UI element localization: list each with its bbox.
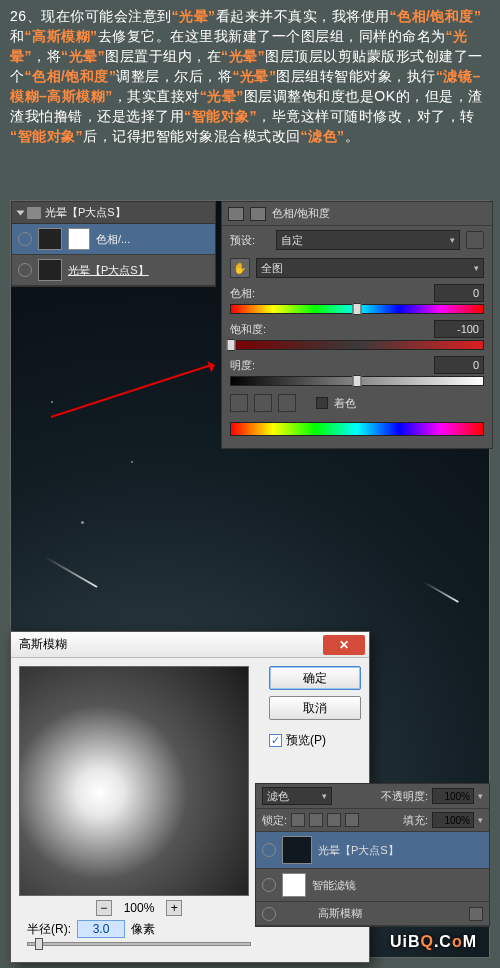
fill-input[interactable]	[432, 812, 474, 828]
canvas-background: 光晕【P大点S】 色相/... 光晕【P大点S】 色相/饱和度 预设: 自定 ▾	[10, 200, 490, 958]
chevron-down-icon[interactable]: ▾	[478, 791, 483, 801]
radius-label: 半径(R):	[27, 921, 71, 938]
cancel-button[interactable]: 取消	[269, 696, 361, 720]
ok-button[interactable]: 确定	[269, 666, 361, 690]
eyedropper-subtract-icon[interactable]	[278, 394, 296, 412]
close-button[interactable]: ✕	[323, 635, 365, 655]
opacity-input[interactable]	[432, 788, 474, 804]
annotation-arrow	[51, 364, 213, 418]
lock-position-icon[interactable]	[309, 813, 323, 827]
adjustment-layer-row[interactable]: 色相/...	[12, 224, 215, 255]
panel-title: 色相/饱和度	[272, 206, 330, 221]
tutorial-step-paragraph: 26、现在你可能会注意到“光晕”看起来并不真实，我将使用“色相/饱和度”和“高斯…	[0, 0, 500, 156]
visibility-icon[interactable]	[18, 263, 32, 277]
image-layer-row[interactable]: 光晕【P大点S】	[12, 255, 215, 286]
filter-name: 高斯模糊	[318, 906, 362, 921]
layers-panel: 滤色 ▾ 不透明度: ▾ 锁定: 填充: ▾ 光晕【P大点S】	[255, 783, 490, 927]
checkbox-icon[interactable]: ✓	[269, 734, 282, 747]
folder-icon	[27, 207, 41, 219]
visibility-icon[interactable]	[262, 878, 276, 892]
chevron-down-icon: ▾	[322, 791, 327, 801]
visibility-icon[interactable]	[18, 232, 32, 246]
spectrum-bar	[230, 422, 484, 436]
smart-filters-label: 智能滤镜	[312, 878, 356, 893]
lock-label: 锁定:	[262, 813, 287, 828]
zoom-value: 100%	[124, 901, 155, 915]
layer-mask-thumb	[68, 228, 90, 250]
panel-icon	[228, 207, 244, 221]
lightness-label: 明度:	[230, 358, 255, 373]
hand-tool-icon[interactable]: ✋	[230, 258, 250, 278]
layer-name: 光晕【P大点S】	[318, 843, 399, 858]
lightness-slider[interactable]	[230, 376, 484, 386]
zoom-out-button[interactable]: −	[96, 900, 112, 916]
hue-label: 色相:	[230, 286, 255, 301]
fill-label: 填充:	[403, 813, 428, 828]
disclosure-triangle-icon[interactable]	[17, 210, 25, 215]
hue-saturation-panel: 色相/饱和度 预设: 自定 ▾ ✋ 全图 ▾ 色相:	[221, 201, 493, 449]
chevron-down-icon: ▾	[450, 235, 455, 245]
layer-group-name: 光晕【P大点S】	[45, 205, 126, 220]
layer-name: 色相/...	[96, 232, 130, 247]
slider-thumb[interactable]	[353, 375, 362, 387]
eyedropper-icon[interactable]	[230, 394, 248, 412]
visibility-icon[interactable]	[262, 907, 276, 921]
preview-checkbox-row[interactable]: ✓ 预览(P)	[269, 732, 361, 749]
lock-icon[interactable]	[345, 813, 359, 827]
layer-thumb	[38, 228, 62, 250]
radius-slider[interactable]	[27, 942, 251, 946]
visibility-icon[interactable]	[262, 843, 276, 857]
blend-mode-select[interactable]: 滤色 ▾	[262, 787, 332, 805]
filter-mask-thumb	[282, 873, 306, 897]
slider-thumb[interactable]	[353, 303, 362, 315]
colorize-checkbox[interactable]	[316, 397, 328, 409]
chevron-down-icon: ▾	[474, 263, 479, 273]
radius-input[interactable]	[77, 920, 125, 938]
layers-mini-panel: 光晕【P大点S】 色相/... 光晕【P大点S】	[11, 201, 216, 287]
lock-all-icon[interactable]	[327, 813, 341, 827]
dialog-title: 高斯模糊	[19, 636, 67, 653]
opacity-label: 不透明度:	[381, 789, 428, 804]
chevron-down-icon[interactable]: ▾	[478, 815, 483, 825]
saturation-input[interactable]	[434, 320, 484, 338]
panel-icon	[250, 207, 266, 221]
filter-options-icon[interactable]	[469, 907, 483, 921]
hue-input[interactable]	[434, 284, 484, 302]
layer-group-row[interactable]: 光晕【P大点S】	[12, 202, 215, 224]
blur-preview[interactable]	[19, 666, 249, 896]
smart-filters-row[interactable]: 智能滤镜	[256, 869, 489, 902]
range-select[interactable]: 全图 ▾	[256, 258, 484, 278]
preview-label: 预览(P)	[286, 732, 326, 749]
slider-thumb[interactable]	[35, 938, 43, 950]
layer-name: 光晕【P大点S】	[68, 263, 149, 278]
slider-thumb[interactable]	[227, 339, 236, 351]
radius-unit: 像素	[131, 921, 155, 938]
reset-button[interactable]	[466, 231, 484, 249]
watermark: UiBQ.CoM	[390, 933, 477, 951]
eyedropper-add-icon[interactable]	[254, 394, 272, 412]
preset-select[interactable]: 自定 ▾	[276, 230, 460, 250]
smart-object-layer-row[interactable]: 光晕【P大点S】	[256, 832, 489, 869]
colorize-label: 着色	[334, 396, 356, 411]
saturation-label: 饱和度:	[230, 322, 266, 337]
zoom-in-button[interactable]: +	[166, 900, 182, 916]
hue-slider[interactable]	[230, 304, 484, 314]
filter-item-row[interactable]: 高斯模糊	[256, 902, 489, 926]
layer-thumb	[282, 836, 312, 864]
layer-thumb	[38, 259, 62, 281]
lock-pixels-icon[interactable]	[291, 813, 305, 827]
lightness-input[interactable]	[434, 356, 484, 374]
preset-label: 预设:	[230, 233, 270, 248]
saturation-slider[interactable]	[230, 340, 484, 350]
